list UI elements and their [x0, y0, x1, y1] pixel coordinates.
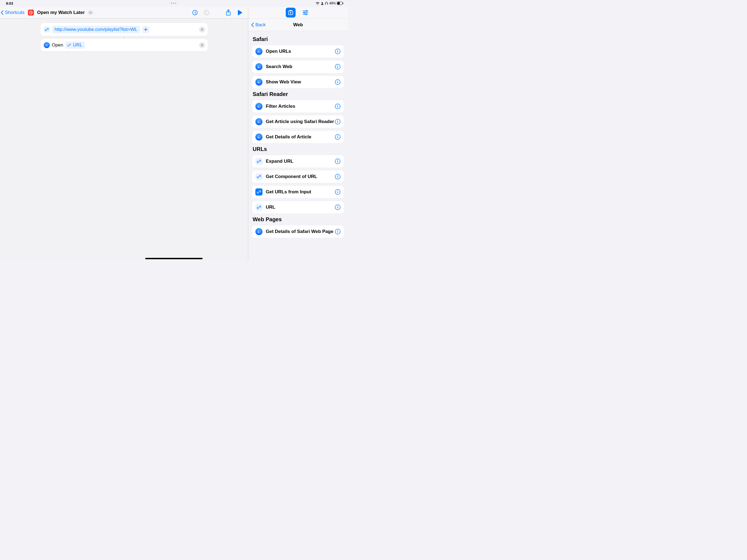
svg-point-0	[321, 2, 323, 3]
link-icon	[255, 188, 262, 196]
home-indicator[interactable]	[145, 258, 203, 259]
section-title: Safari	[253, 36, 343, 42]
action-library-item[interactable]: Search Web	[252, 60, 344, 73]
svg-rect-47	[337, 192, 338, 193]
status-time: 8:03	[6, 1, 13, 5]
panel-content[interactable]: SafariOpen URLsSearch WebShow Web ViewSa…	[248, 31, 348, 261]
redo-button[interactable]	[202, 8, 211, 18]
info-button[interactable]	[335, 48, 341, 54]
action-library-item-label: Get Article using Safari Reader	[266, 119, 335, 124]
action-library-item[interactable]: Get Component of URL	[252, 170, 344, 183]
panel-title: Web	[293, 22, 303, 28]
svg-point-53	[337, 230, 338, 231]
action-library-item-label: Get Details of Safari Web Page	[266, 229, 335, 234]
svg-point-29	[337, 105, 338, 105]
svg-point-21	[337, 65, 338, 66]
svg-rect-30	[337, 106, 338, 107]
action-library-item[interactable]: Get Article using Safari Reader	[252, 116, 344, 128]
action-library-item-label: Get URLs from Input	[266, 189, 335, 195]
undo-icon	[192, 9, 198, 16]
safari-icon	[255, 118, 262, 125]
svg-rect-38	[337, 136, 338, 138]
svg-point-17	[337, 50, 338, 51]
chevron-left-icon	[1, 10, 4, 15]
action-library-item[interactable]: Filter Articles	[252, 100, 344, 113]
info-button[interactable]	[335, 64, 341, 70]
svg-rect-54	[337, 231, 338, 233]
action-library-button[interactable]	[286, 8, 295, 18]
action-library-item[interactable]: Get Details of Article	[252, 131, 344, 143]
svg-point-37	[337, 136, 338, 136]
multitask-dots-icon[interactable]: •••	[171, 1, 177, 6]
shortcut-title: Open my Watch Later	[37, 10, 85, 15]
url-value-pill[interactable]: http://www.youtube.com/playlist?list=WL	[52, 26, 140, 33]
chevron-down-icon	[89, 12, 92, 14]
link-icon	[67, 43, 71, 47]
info-button[interactable]	[335, 204, 341, 210]
right-toolbar	[248, 6, 348, 19]
shortcut-app-icon	[28, 9, 34, 16]
panel-back-button[interactable]: Back	[251, 22, 266, 28]
add-url-button[interactable]	[142, 26, 149, 33]
section-title: Web Pages	[253, 216, 343, 223]
svg-point-49	[337, 206, 338, 206]
run-button[interactable]	[235, 8, 245, 18]
open-action-label: Open	[52, 42, 63, 48]
svg-point-40	[337, 160, 338, 160]
delete-open-action-button[interactable]	[199, 42, 205, 48]
svg-rect-44	[337, 176, 338, 178]
info-button[interactable]	[335, 134, 341, 140]
open-action-card[interactable]: Open URL	[41, 39, 208, 51]
info-button[interactable]	[335, 189, 341, 195]
safari-icon	[44, 42, 50, 48]
action-library-item-label: URL	[266, 205, 335, 210]
info-button[interactable]	[335, 174, 341, 180]
action-library-item-label: Get Details of Article	[266, 134, 335, 140]
status-right: 48%	[315, 1, 343, 5]
close-icon	[201, 44, 203, 47]
section-title: URLs	[253, 146, 343, 152]
safari-icon	[255, 63, 262, 70]
url-variable-token[interactable]: URL	[66, 42, 85, 49]
action-library-item-label: Filter Articles	[266, 104, 335, 109]
link-icon	[255, 173, 262, 180]
url-action-card[interactable]: http://www.youtube.com/playlist?list=WL	[41, 23, 208, 36]
svg-point-33	[337, 120, 338, 121]
shortcut-menu-button[interactable]	[88, 10, 93, 15]
delete-url-action-button[interactable]	[199, 27, 205, 32]
action-library-item[interactable]: Open URLs	[252, 45, 344, 58]
info-button[interactable]	[335, 158, 341, 164]
info-button[interactable]	[335, 229, 341, 235]
info-button[interactable]	[335, 119, 341, 125]
back-shortcuts-button[interactable]: Shortcuts	[1, 10, 25, 15]
svg-point-25	[337, 81, 338, 81]
shortcut-editor[interactable]: http://www.youtube.com/playlist?list=WL …	[0, 19, 248, 261]
safari-icon	[255, 78, 262, 85]
link-icon	[44, 27, 50, 32]
wifi-icon	[315, 2, 319, 5]
info-button[interactable]	[335, 79, 341, 85]
action-library-item[interactable]: Show Web View	[252, 76, 344, 88]
svg-rect-41	[337, 161, 338, 162]
action-library-item[interactable]: URL	[252, 201, 344, 213]
back-shortcuts-label: Shortcuts	[5, 10, 25, 15]
svg-point-13	[304, 12, 305, 13]
share-button[interactable]	[223, 8, 233, 18]
action-library-item[interactable]: Expand URL	[252, 155, 344, 168]
info-button[interactable]	[335, 103, 341, 109]
url-value-text: http://www.youtube.com/playlist?list=WL	[55, 27, 137, 32]
svg-rect-18	[337, 51, 338, 52]
shortcut-settings-button[interactable]	[301, 8, 310, 18]
svg-rect-5	[343, 3, 343, 4]
battery-icon	[337, 2, 343, 5]
link-icon	[255, 158, 262, 165]
action-library-item[interactable]: Get URLs from Input	[252, 186, 344, 198]
close-icon	[201, 28, 203, 31]
svg-rect-50	[337, 207, 338, 208]
safari-icon	[255, 48, 262, 55]
action-library-item-label: Open URLs	[266, 49, 335, 54]
person-icon	[321, 2, 324, 5]
sliders-icon	[302, 10, 308, 15]
action-library-item[interactable]: Get Details of Safari Web Page	[252, 225, 344, 238]
undo-button[interactable]	[190, 8, 200, 18]
